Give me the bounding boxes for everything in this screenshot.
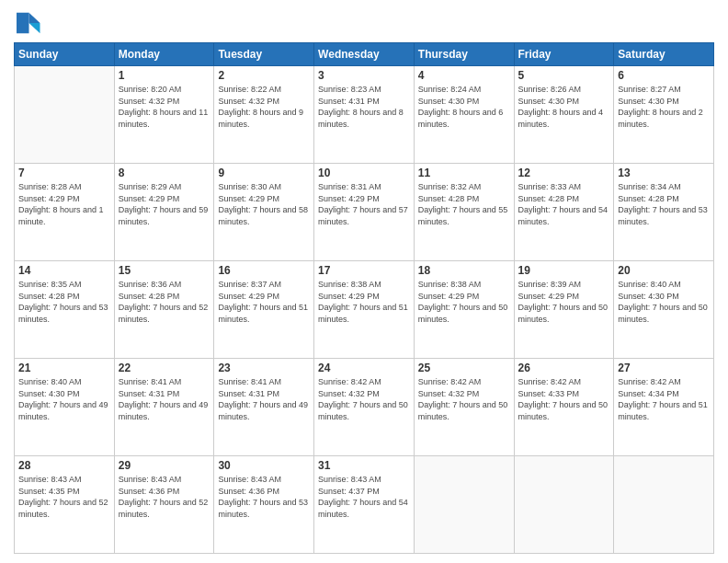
day-info: Sunrise: 8:43 AMSunset: 4:36 PMDaylight:… [119,474,210,520]
day-info: Sunrise: 8:42 AMSunset: 4:34 PMDaylight:… [618,376,710,422]
day-number: 15 [119,264,210,277]
day-info: Sunrise: 8:20 AMSunset: 4:32 PMDaylight:… [119,84,210,130]
svg-rect-2 [17,13,29,34]
day-cell: 12 Sunrise: 8:33 AMSunset: 4:28 PMDaylig… [514,164,614,261]
day-info: Sunrise: 8:43 AMSunset: 4:36 PMDaylight:… [218,474,310,520]
day-number: 19 [518,264,610,277]
day-number: 14 [18,264,110,277]
day-cell: 13 Sunrise: 8:34 AMSunset: 4:28 PMDaylig… [614,164,714,261]
calendar-table: SundayMondayTuesdayWednesdayThursdayFrid… [14,42,714,554]
day-cell: 31 Sunrise: 8:43 AMSunset: 4:37 PMDaylig… [314,456,415,554]
day-number: 13 [618,167,710,179]
day-info: Sunrise: 8:38 AMSunset: 4:29 PMDaylight:… [418,279,510,325]
day-number: 7 [18,167,110,179]
day-number: 16 [218,264,310,277]
day-number: 22 [119,362,210,374]
day-number: 17 [318,264,410,277]
week-row-2: 14 Sunrise: 8:35 AMSunset: 4:28 PMDaylig… [15,261,714,359]
day-number: 20 [618,264,710,277]
day-cell: 23 Sunrise: 8:41 AMSunset: 4:31 PMDaylig… [214,359,314,456]
day-cell: 25 Sunrise: 8:42 AMSunset: 4:32 PMDaylig… [414,359,514,456]
day-info: Sunrise: 8:43 AMSunset: 4:35 PMDaylight:… [18,474,110,520]
day-info: Sunrise: 8:41 AMSunset: 4:31 PMDaylight:… [119,376,210,422]
day-cell: 3 Sunrise: 8:23 AMSunset: 4:31 PMDayligh… [314,66,415,164]
day-number: 21 [18,362,110,374]
day-number: 2 [218,69,310,82]
day-info: Sunrise: 8:26 AMSunset: 4:30 PMDaylight:… [518,84,610,130]
day-info: Sunrise: 8:37 AMSunset: 4:29 PMDaylight:… [218,279,310,325]
day-cell: 22 Sunrise: 8:41 AMSunset: 4:31 PMDaylig… [114,359,214,456]
day-cell: 21 Sunrise: 8:40 AMSunset: 4:30 PMDaylig… [15,359,115,456]
day-info: Sunrise: 8:32 AMSunset: 4:28 PMDaylight:… [418,181,510,227]
day-info: Sunrise: 8:42 AMSunset: 4:32 PMDaylight:… [418,376,510,422]
day-cell: 7 Sunrise: 8:28 AMSunset: 4:29 PMDayligh… [15,164,115,261]
day-number: 18 [418,264,510,277]
day-info: Sunrise: 8:29 AMSunset: 4:29 PMDaylight:… [119,181,210,227]
day-header-saturday: Saturday [614,43,714,66]
day-number: 27 [618,362,710,374]
day-info: Sunrise: 8:33 AMSunset: 4:28 PMDaylight:… [518,181,610,227]
day-number: 5 [518,69,610,82]
day-info: Sunrise: 8:36 AMSunset: 4:28 PMDaylight:… [119,279,210,325]
week-row-1: 7 Sunrise: 8:28 AMSunset: 4:29 PMDayligh… [15,164,714,261]
day-number: 24 [318,362,410,374]
day-info: Sunrise: 8:38 AMSunset: 4:29 PMDaylight:… [318,279,410,325]
day-info: Sunrise: 8:43 AMSunset: 4:37 PMDaylight:… [318,474,410,520]
week-row-0: 1 Sunrise: 8:20 AMSunset: 4:32 PMDayligh… [15,66,714,164]
day-cell: 17 Sunrise: 8:38 AMSunset: 4:29 PMDaylig… [314,261,415,359]
header-row: SundayMondayTuesdayWednesdayThursdayFrid… [15,43,714,66]
day-info: Sunrise: 8:27 AMSunset: 4:30 PMDaylight:… [618,84,710,130]
day-cell: 2 Sunrise: 8:22 AMSunset: 4:32 PMDayligh… [214,66,314,164]
day-number: 9 [218,167,310,179]
day-info: Sunrise: 8:40 AMSunset: 4:30 PMDaylight:… [618,279,710,325]
day-cell: 19 Sunrise: 8:39 AMSunset: 4:29 PMDaylig… [514,261,614,359]
day-cell: 1 Sunrise: 8:20 AMSunset: 4:32 PMDayligh… [114,66,214,164]
day-number: 23 [218,362,310,374]
day-number: 1 [119,69,210,82]
day-number: 8 [119,167,210,179]
header [14,9,714,37]
day-info: Sunrise: 8:30 AMSunset: 4:29 PMDaylight:… [218,181,310,227]
day-cell: 27 Sunrise: 8:42 AMSunset: 4:34 PMDaylig… [614,359,714,456]
week-row-4: 28 Sunrise: 8:43 AMSunset: 4:35 PMDaylig… [15,456,714,554]
day-number: 11 [418,167,510,179]
day-cell: 26 Sunrise: 8:42 AMSunset: 4:33 PMDaylig… [514,359,614,456]
day-header-monday: Monday [114,43,214,66]
page: SundayMondayTuesdayWednesdayThursdayFrid… [0,0,728,563]
day-number: 3 [318,69,410,82]
day-info: Sunrise: 8:40 AMSunset: 4:30 PMDaylight:… [18,376,110,422]
svg-marker-1 [29,23,40,33]
day-number: 31 [318,459,410,472]
day-number: 28 [18,459,110,472]
day-header-thursday: Thursday [414,43,514,66]
day-info: Sunrise: 8:42 AMSunset: 4:32 PMDaylight:… [318,376,410,422]
day-cell: 8 Sunrise: 8:29 AMSunset: 4:29 PMDayligh… [114,164,214,261]
day-info: Sunrise: 8:41 AMSunset: 4:31 PMDaylight:… [218,376,310,422]
day-cell [414,456,514,554]
day-cell: 16 Sunrise: 8:37 AMSunset: 4:29 PMDaylig… [214,261,314,359]
week-row-3: 21 Sunrise: 8:40 AMSunset: 4:30 PMDaylig… [15,359,714,456]
day-info: Sunrise: 8:28 AMSunset: 4:29 PMDaylight:… [18,181,110,227]
day-cell: 24 Sunrise: 8:42 AMSunset: 4:32 PMDaylig… [314,359,415,456]
day-number: 10 [318,167,410,179]
day-cell: 14 Sunrise: 8:35 AMSunset: 4:28 PMDaylig… [15,261,115,359]
day-number: 12 [518,167,610,179]
svg-marker-0 [29,13,40,23]
day-cell: 29 Sunrise: 8:43 AMSunset: 4:36 PMDaylig… [114,456,214,554]
day-cell: 20 Sunrise: 8:40 AMSunset: 4:30 PMDaylig… [614,261,714,359]
day-cell: 10 Sunrise: 8:31 AMSunset: 4:29 PMDaylig… [314,164,415,261]
day-number: 26 [518,362,610,374]
day-info: Sunrise: 8:22 AMSunset: 4:32 PMDaylight:… [218,84,310,130]
day-info: Sunrise: 8:24 AMSunset: 4:30 PMDaylight:… [418,84,510,130]
logo-icon [14,9,41,37]
day-info: Sunrise: 8:34 AMSunset: 4:28 PMDaylight:… [618,181,710,227]
day-header-wednesday: Wednesday [314,43,415,66]
day-cell: 5 Sunrise: 8:26 AMSunset: 4:30 PMDayligh… [514,66,614,164]
day-cell [15,66,115,164]
day-cell: 30 Sunrise: 8:43 AMSunset: 4:36 PMDaylig… [214,456,314,554]
day-cell: 11 Sunrise: 8:32 AMSunset: 4:28 PMDaylig… [414,164,514,261]
day-cell [614,456,714,554]
day-cell: 28 Sunrise: 8:43 AMSunset: 4:35 PMDaylig… [15,456,115,554]
day-info: Sunrise: 8:39 AMSunset: 4:29 PMDaylight:… [518,279,610,325]
day-info: Sunrise: 8:31 AMSunset: 4:29 PMDaylight:… [318,181,410,227]
